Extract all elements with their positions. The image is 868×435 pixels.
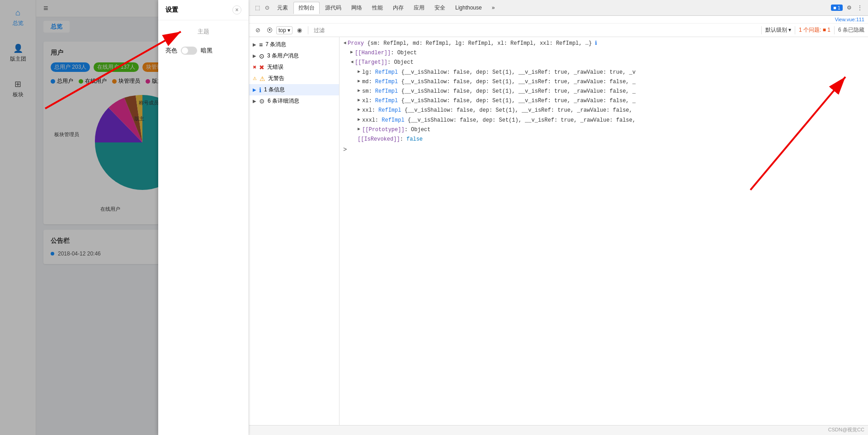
level-selector[interactable]: 默认级别 ▾ bbox=[765, 26, 791, 34]
hidden-badge: 6 条已隐藏 bbox=[838, 26, 864, 34]
msg-user[interactable]: ▶ ⊙ 3 条用户消息 bbox=[249, 50, 339, 61]
theme-toggle[interactable] bbox=[181, 47, 197, 55]
watermark: CSDN@视觉CC bbox=[828, 426, 864, 433]
tab-performance[interactable]: 性能 bbox=[368, 2, 387, 14]
devtools-bottom-bar bbox=[249, 425, 868, 435]
console-xxxl-line: ▶ xxxl: RefImpl {__v_isShallow: false, d… bbox=[343, 116, 864, 125]
devtools-right-icons: ■ 1 ⚙ ⋮ bbox=[831, 3, 864, 12]
msg-all[interactable]: ▶ ≡ 7 条消息 bbox=[249, 39, 339, 50]
console-proxy-line: ▼ Proxy {sm: RefImpl, md: RefImpl, lg: R… bbox=[343, 39, 864, 48]
msg-warning[interactable]: ⚠ ⚠ 无警告 bbox=[249, 73, 339, 84]
console-xl-line: ▶ xl: RefImpl {__v_isShallow: false, dep… bbox=[343, 96, 864, 106]
devtools-more-icon[interactable]: ⋮ bbox=[855, 3, 864, 12]
dark-theme-label: 暗黑 bbox=[201, 47, 212, 55]
devtools-device-icon[interactable]: ⊙ bbox=[263, 3, 272, 12]
console-sm-line: ▶ sm: RefImpl {__v_isShallow: false, dep… bbox=[343, 87, 864, 96]
msg-info[interactable]: ▶ ℹ 1 条信息 bbox=[249, 84, 339, 95]
view-source-link[interactable]: View.vue:111 bbox=[249, 16, 868, 24]
devtools-settings-icon[interactable]: ⚙ bbox=[844, 3, 854, 12]
tab-lighthouse[interactable]: Lighthouse bbox=[451, 3, 486, 13]
settings-panel: 设置 × 主题 亮色 暗黑 bbox=[158, 0, 249, 435]
filter-divider2 bbox=[761, 26, 762, 34]
devtools-inspect-icon[interactable]: ⬚ bbox=[253, 3, 262, 12]
console-prototype-line: ▶ [[Prototype]]: Object bbox=[343, 125, 864, 135]
msg-error[interactable]: ✖ ✖ 无错误 bbox=[249, 61, 339, 73]
console-md-line: ▶ md: RefImpl {__v_isShallow: false, dep… bbox=[343, 77, 864, 87]
tab-elements[interactable]: 元素 bbox=[273, 2, 292, 14]
eye-btn[interactable]: ◉ bbox=[294, 25, 304, 35]
light-theme-label: 亮色 bbox=[165, 47, 177, 55]
devtools-tabs-bar: ⬚ ⊙ 元素 控制台 源代码 网络 性能 内存 应用 安全 Lighthouse… bbox=[249, 0, 868, 16]
settings-overlay: 设置 × 主题 亮色 暗黑 bbox=[0, 0, 249, 435]
tab-security[interactable]: 安全 bbox=[430, 2, 450, 14]
tab-more[interactable]: » bbox=[487, 3, 500, 13]
tab-source[interactable]: 源代码 bbox=[321, 2, 346, 14]
console-target-line: ▼ [[Target]]: Object bbox=[343, 58, 864, 67]
devtools-badge: ■ 1 bbox=[831, 5, 843, 11]
filter-btn[interactable]: ⦿ bbox=[264, 25, 274, 35]
settings-header: 设置 × bbox=[158, 0, 249, 20]
settings-body: 主题 亮色 暗黑 bbox=[158, 20, 249, 62]
top-selector[interactable]: top ▾ bbox=[276, 26, 292, 34]
console-body: ▶ ≡ 7 条消息 ▶ ⊙ 3 条用户消息 ✖ ✖ 无错误 ⚠ ⚠ 无警 bbox=[249, 37, 868, 425]
filter-divider3 bbox=[795, 26, 795, 34]
filter-divider4 bbox=[834, 26, 835, 34]
tab-console[interactable]: 控制台 bbox=[293, 2, 320, 14]
settings-close-button[interactable]: × bbox=[232, 5, 241, 14]
msg-verbose[interactable]: ▶ ⚙ 6 条详细消息 bbox=[249, 95, 339, 107]
issue-badge: 1 个问题: ■ 1 bbox=[799, 26, 830, 34]
console-output: ▼ Proxy {sm: RefImpl, md: RefImpl, lg: R… bbox=[340, 37, 868, 425]
devtools-toolbar: ⊘ ⦿ top ▾ ◉ 默认级别 ▾ 1 个问题: ■ 1 6 条已隐藏 bbox=[249, 24, 868, 37]
tab-application[interactable]: 应用 bbox=[409, 2, 429, 14]
console-sidebar: ▶ ≡ 7 条消息 ▶ ⊙ 3 条用户消息 ✖ ✖ 无错误 ⚠ ⚠ 无警 bbox=[249, 37, 340, 425]
console-handler-line: ▶ [[Handler]]: Object bbox=[343, 48, 864, 58]
filter-input[interactable] bbox=[312, 26, 758, 34]
console-prompt[interactable]: > bbox=[343, 144, 864, 155]
filter-divider bbox=[308, 26, 308, 34]
clear-console-btn[interactable]: ⊘ bbox=[253, 25, 263, 35]
console-lg-line: ▶ lg: RefImpl {__v_isShallow: false, dep… bbox=[343, 68, 864, 77]
tab-network[interactable]: 网络 bbox=[347, 2, 367, 14]
console-isrevoked-line: [[IsRevoked]]: false bbox=[343, 135, 864, 144]
tab-memory[interactable]: 内存 bbox=[388, 2, 408, 14]
console-xxl-line: ▶ xxl: RefImpl {__v_isShallow: false, de… bbox=[343, 106, 864, 115]
theme-options: 亮色 暗黑 bbox=[165, 47, 241, 55]
settings-title: 设置 bbox=[165, 6, 178, 14]
theme-section-title: 主题 bbox=[165, 28, 241, 36]
devtools-panel: ⬚ ⊙ 元素 控制台 源代码 网络 性能 内存 应用 安全 Lighthouse… bbox=[249, 0, 868, 435]
